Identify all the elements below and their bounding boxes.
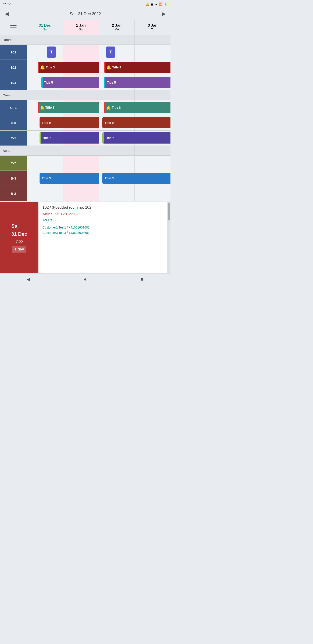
date-cell-jan2[interactable]: 2 Jan Mo bbox=[99, 20, 135, 35]
bottom-day-count: 1 day bbox=[12, 246, 26, 253]
resource-row-103: 103 Title 5 Title 5 bbox=[0, 75, 170, 90]
scroll-bar[interactable] bbox=[167, 202, 170, 273]
resource-row-c-0: C-0 Title 9 Title 9 bbox=[0, 116, 170, 130]
resource-cell-b-2-jan2[interactable] bbox=[99, 186, 135, 201]
resource-cell-c--1-jan2[interactable]: 🔔 Title 8 bbox=[99, 100, 135, 115]
menu-button[interactable] bbox=[10, 25, 16, 29]
resource-cell-c-0-dec31[interactable]: Title 9 bbox=[27, 116, 63, 130]
event-title-label: Title 2 bbox=[42, 136, 51, 140]
resource-cell-c-1-jan2[interactable]: Title 2 bbox=[99, 130, 135, 146]
resource-cell-y-7-jan2[interactable] bbox=[99, 156, 135, 170]
resource-cell-c-0-jan2[interactable]: Title 9 bbox=[99, 116, 135, 130]
resource-cells-c-0: Title 9 Title 9 bbox=[27, 116, 170, 130]
resource-cell-102-jan2[interactable]: 🔔 Title 3 bbox=[99, 60, 135, 75]
resource-cell-103-dec31[interactable]: Title 5 bbox=[27, 75, 63, 90]
event-title-label: Title 3 bbox=[42, 176, 51, 180]
resource-cells-c-1: Title 2 Title 2 bbox=[27, 130, 170, 146]
resource-cells-103: Title 5 Title 5 bbox=[27, 75, 170, 90]
event-title-label: Title 9 bbox=[105, 121, 113, 124]
next-arrow-button[interactable]: ▶ bbox=[159, 9, 169, 19]
event-title3-102-jan2[interactable]: 🔔 Title 3 bbox=[104, 62, 170, 73]
menu-line-3 bbox=[10, 28, 16, 29]
recents-button[interactable]: ■ bbox=[136, 274, 148, 285]
resource-cell-y-7-dec31[interactable] bbox=[27, 156, 63, 170]
resource-cell-b-2-dec31[interactable] bbox=[27, 186, 63, 201]
resource-cell-y-7-jan3[interactable] bbox=[134, 156, 170, 170]
menu-cell bbox=[0, 20, 27, 35]
resource-label-c-0: C-0 bbox=[0, 116, 27, 130]
section-cars: Cars bbox=[0, 90, 170, 100]
resource-cells-c--1: 🔔 Title 8 🔔 Title 8 bbox=[27, 100, 170, 115]
section-label-rooms: Rooms bbox=[0, 35, 27, 44]
section-rooms-cell-2 bbox=[63, 35, 99, 44]
event-title2-c-1-jan2[interactable]: Title 2 bbox=[102, 132, 170, 144]
sim-icon: ▣ bbox=[151, 2, 153, 6]
date-cell-jan1[interactable]: 1 Jan Su bbox=[63, 20, 99, 35]
resource-cell-101-jan3[interactable] bbox=[134, 45, 170, 60]
event-title9-c-0-jan2[interactable]: Title 9 bbox=[102, 117, 170, 128]
resource-cell-c--1-dec31[interactable]: 🔔 Title 8 bbox=[27, 100, 63, 115]
status-bar: 11:50 🔔 ▣ ▲ 📶 🔋 bbox=[0, 0, 170, 8]
event-t-101-dec31[interactable]: T bbox=[47, 46, 56, 58]
section-rooms-cell-4 bbox=[134, 35, 170, 44]
date-cell-jan3[interactable]: 3 Jan Tu bbox=[134, 20, 170, 35]
resource-label-c-1: C-1 bbox=[0, 130, 27, 146]
event-title8-c--1-jan2[interactable]: 🔔 Title 8 bbox=[104, 102, 170, 113]
section-label-boats: Boats bbox=[0, 146, 27, 156]
event-title-label: Title 2 bbox=[105, 136, 114, 140]
detail-name: Alex / +56 123123123 bbox=[42, 212, 163, 216]
resource-cell-c-1-dec31[interactable]: Title 2 bbox=[27, 130, 63, 146]
resource-cell-103-jan2[interactable]: Title 5 bbox=[99, 75, 135, 90]
event-title-label: Title 3 bbox=[112, 66, 121, 69]
bottom-panel-right: 102 / 3-bedded room no. 102 Alex / +56 1… bbox=[38, 202, 167, 273]
event-title-label: Title 3 bbox=[46, 66, 55, 69]
resource-row-c-1: C-1 Title 2 Title 2 bbox=[0, 130, 170, 146]
date-cell-dec31-name: Sa bbox=[43, 28, 47, 31]
bottom-nav: ◀ ● ■ bbox=[0, 273, 170, 285]
date-header-row: 31 Dec Sa 1 Jan Su 2 Jan Mo 3 Jan Tu bbox=[0, 20, 170, 35]
resource-label-101: 101 bbox=[0, 45, 27, 60]
resource-cell-101-jan2[interactable]: T bbox=[99, 45, 135, 60]
event-title-label: Title 8 bbox=[112, 106, 121, 109]
bottom-day-text: Sa31 Dec bbox=[11, 222, 27, 238]
resource-cells-b-3: Title 3 Title 3 bbox=[27, 171, 170, 186]
resource-label-b-3: B-3 bbox=[0, 171, 27, 186]
resource-cell-b-2-jan1[interactable] bbox=[63, 186, 99, 201]
calendar-grid: Rooms 101 T T 102 bbox=[0, 35, 170, 201]
event-title-label: Title 5 bbox=[107, 81, 116, 84]
detail-adults: Adults: 2 bbox=[42, 218, 163, 222]
back-button[interactable]: ◀ bbox=[22, 274, 34, 285]
resource-row-b-2: B-2 bbox=[0, 186, 170, 201]
date-cell-jan1-num: 1 Jan bbox=[76, 23, 86, 28]
battery-icon: 🔋 bbox=[164, 2, 167, 6]
resource-cell-101-dec31[interactable]: T bbox=[27, 45, 63, 60]
resource-cell-101-jan1[interactable] bbox=[63, 45, 99, 60]
resource-cell-y-7-jan1[interactable] bbox=[63, 156, 99, 170]
nav-title: Sa - 31 Dec 2022 bbox=[69, 12, 101, 16]
home-button[interactable]: ● bbox=[79, 274, 91, 285]
resource-cell-b-3-dec31[interactable]: Title 3 bbox=[27, 171, 63, 186]
section-label-cars: Cars bbox=[0, 90, 27, 100]
prev-arrow-button[interactable]: ◀ bbox=[2, 9, 12, 19]
signal-icon: 📶 bbox=[159, 2, 162, 6]
resource-cell-102-dec31[interactable]: 🔔 Title 3 bbox=[27, 60, 63, 75]
resource-cells-y-7 bbox=[27, 156, 170, 170]
resource-cell-b-2-jan3[interactable] bbox=[134, 186, 170, 201]
resource-row-102: 102 🔔 Title 3 🔔 Title 3 bbox=[0, 60, 170, 75]
event-title5-103-jan2[interactable]: Title 5 bbox=[104, 77, 170, 88]
resource-cells-b-2 bbox=[27, 186, 170, 201]
resource-label-102: 102 bbox=[0, 60, 27, 75]
menu-line-2 bbox=[10, 27, 16, 28]
nav-bar: ◀ Sa - 31 Dec 2022 ▶ bbox=[0, 8, 170, 20]
scroll-thumb[interactable] bbox=[168, 202, 170, 220]
event-title3-b-3-jan2[interactable]: Title 3 bbox=[102, 173, 170, 184]
customer1: Customer1 Test1 / +41601601601 bbox=[42, 226, 90, 229]
event-title-label: Title 8 bbox=[45, 106, 54, 109]
event-t-101-jan2[interactable]: T bbox=[106, 46, 115, 58]
customer3: Customer3 Test3 / +43603603603 bbox=[42, 231, 90, 234]
resource-label-103: 103 bbox=[0, 75, 27, 90]
date-cell-dec31[interactable]: 31 Dec Sa bbox=[27, 20, 63, 35]
event-title-label: Title 5 bbox=[44, 81, 53, 84]
bottom-time: 7:00 bbox=[16, 239, 22, 245]
resource-cell-b-3-jan2[interactable]: Title 3 bbox=[99, 171, 135, 186]
